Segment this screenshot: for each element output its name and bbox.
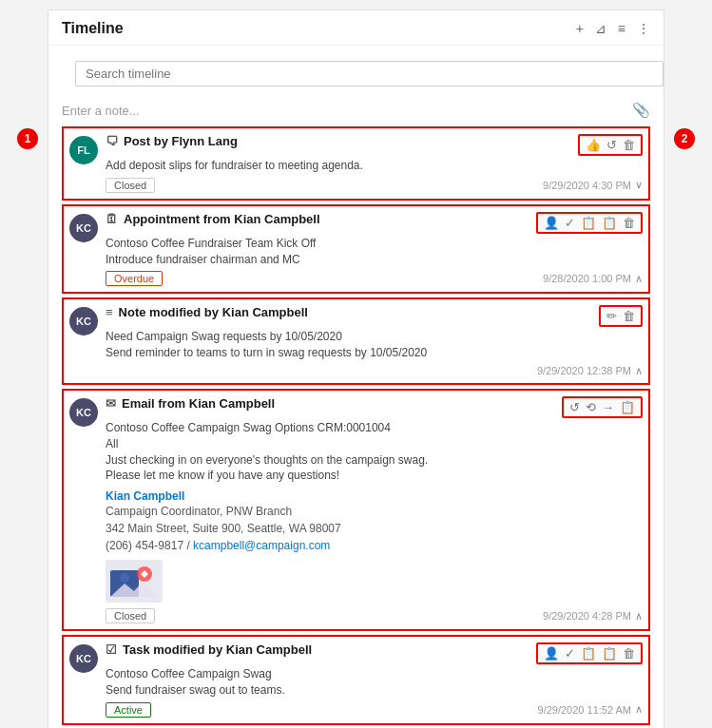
item-content: ≡ Note modified by Kian Campbell ✏ 🗑 Nee… xyxy=(106,305,643,377)
timeline-item: KC ≡ Note modified by Kian Campbell ✏ 🗑 … xyxy=(62,297,650,385)
item-header: 🗓 Appointment from Kian Campbell 👤 ✓ 📋 📋… xyxy=(106,212,643,234)
note-entry-area: Enter a note... 📎 xyxy=(62,102,650,119)
item-actions: ✏ 🗑 xyxy=(599,305,643,327)
filter-icon[interactable]: ⊿ xyxy=(595,21,606,36)
chevron-up-icon[interactable]: ∧ xyxy=(635,365,643,377)
status-badge: Closed xyxy=(106,178,155,193)
avatar: KC xyxy=(69,214,98,242)
item-footer: Closed 9/29/2020 4:28 PM ∧ xyxy=(106,608,643,623)
complete-icon[interactable]: ✓ xyxy=(565,646,575,661)
item-header: ✉ Email from Kian Campbell ↺ ⟲ → 📋 xyxy=(106,396,643,418)
avatar: KC xyxy=(69,398,98,427)
copy-icon[interactable]: 📋 xyxy=(581,216,596,230)
item-footer: Overdue 9/28/2020 1:00 PM ∧ xyxy=(106,271,643,286)
header-icons: + ⊿ ≡ ⋮ xyxy=(576,21,650,36)
add-icon[interactable]: + xyxy=(576,21,584,36)
search-input[interactable] xyxy=(75,61,664,86)
delete-icon[interactable]: 🗑 xyxy=(623,309,635,323)
item-header: 🗨 Post by Flynn Lang 👍 ↺ 🗑 xyxy=(106,134,643,156)
item-title: ✉ Email from Kian Campbell xyxy=(106,396,275,411)
item-footer: Active 9/29/2020 11:52 AM ∧ xyxy=(106,702,643,718)
email-signature: Kian Campbell Campaign Coordinator, PNW … xyxy=(106,489,643,554)
forward-icon[interactable]: → xyxy=(602,400,614,414)
reply-icon[interactable]: ↺ xyxy=(606,138,617,152)
item-actions: 👤 ✓ 📋 📋 🗑 xyxy=(536,212,643,234)
task-icon: ☑ xyxy=(106,642,117,657)
status-badge: Active xyxy=(106,702,151,718)
panel-header: Timeline + ⊿ ≡ ⋮ xyxy=(48,10,664,46)
email-image xyxy=(106,560,163,603)
like-icon[interactable]: 👍 xyxy=(586,138,601,152)
timeline-panel: Timeline + ⊿ ≡ ⋮ Enter a note... 📎 FL xyxy=(48,10,664,728)
copy2-icon[interactable]: 📋 xyxy=(602,216,617,230)
chevron-down-icon[interactable]: ∨ xyxy=(635,179,643,191)
status-badge: Closed xyxy=(106,608,155,623)
annotation-2: 2 xyxy=(674,128,695,149)
chevron-up-icon[interactable]: ∧ xyxy=(635,703,643,716)
item-header: ≡ Note modified by Kian Campbell ✏ 🗑 xyxy=(106,305,643,327)
item-footer: Closed 9/29/2020 4:30 PM ∨ xyxy=(106,178,643,193)
item-footer: 9/29/2020 12:38 PM ∧ xyxy=(106,365,643,377)
status-badge: Overdue xyxy=(106,271,163,286)
avatar: KC xyxy=(69,307,98,335)
chevron-up-icon[interactable]: ∧ xyxy=(635,610,643,623)
item-body: Contoso Coffee Campaign SwagSend fundrai… xyxy=(106,666,643,699)
item-body: Add deposit slips for fundraiser to meet… xyxy=(106,158,643,174)
svg-point-1 xyxy=(120,573,129,583)
item-body: Contoso Coffee Fundraiser Team Kick OffI… xyxy=(106,236,643,268)
item-timestamp: 9/29/2020 12:38 PM ∧ xyxy=(537,365,643,377)
item-body: Contoso Coffee Campaign Swag Options CRM… xyxy=(106,420,643,484)
panel-title: Timeline xyxy=(62,20,576,37)
item-title: ≡ Note modified by Kian Campbell xyxy=(106,305,308,319)
complete-icon[interactable]: ✓ xyxy=(565,216,575,230)
sig-role: Campaign Coordinator, PNW Branch xyxy=(106,503,643,520)
item-content: 🗨 Post by Flynn Lang 👍 ↺ 🗑 Add deposit s… xyxy=(106,134,643,193)
timeline-list: FL 🗨 Post by Flynn Lang 👍 ↺ 🗑 Add xyxy=(48,126,664,725)
paperclip-icon[interactable]: 📎 xyxy=(632,102,650,119)
timeline-item: KC 🗓 Appointment from Kian Campbell 👤 ✓ … xyxy=(62,204,650,295)
item-title: 🗨 Post by Flynn Lang xyxy=(106,134,238,148)
item-timestamp: 9/29/2020 4:28 PM ∧ xyxy=(543,610,643,623)
annotation-1: 1 xyxy=(17,128,38,149)
assign-icon[interactable]: 👤 xyxy=(544,216,559,230)
avatar: KC xyxy=(69,644,98,673)
delete-icon[interactable]: 🗑 xyxy=(623,216,635,230)
timeline-item: KC ☑ Task modified by Kian Campbell 👤 ✓ … xyxy=(62,635,650,725)
edit-icon[interactable]: ✏ xyxy=(606,309,617,323)
item-timestamp: 9/28/2020 1:00 PM ∧ xyxy=(543,273,643,285)
item-timestamp: 9/29/2020 4:30 PM ∨ xyxy=(543,179,643,191)
post-icon: 🗨 xyxy=(106,134,118,148)
more-icon[interactable]: ⋮ xyxy=(637,21,650,36)
delete-icon[interactable]: 🗑 xyxy=(623,646,635,661)
item-content: ☑ Task modified by Kian Campbell 👤 ✓ 📋 📋… xyxy=(106,642,643,718)
calendar-icon: 🗓 xyxy=(106,212,118,226)
reply-all-icon[interactable]: ⟲ xyxy=(586,400,596,414)
email-icon: ✉ xyxy=(106,396,116,411)
item-actions: 👍 ↺ 🗑 xyxy=(578,134,643,156)
reply-icon[interactable]: ↺ xyxy=(569,400,580,414)
timeline-item: KC ✉ Email from Kian Campbell ↺ ⟲ → 📋 xyxy=(62,389,650,631)
note-entry-label: Enter a note... xyxy=(62,104,140,118)
copy2-icon[interactable]: 📋 xyxy=(602,646,617,661)
item-timestamp: 9/29/2020 11:52 AM ∧ xyxy=(538,703,643,716)
sig-contact: (206) 454-9817 / kcampbell@campaign.com xyxy=(106,537,643,554)
copy-icon[interactable]: 📋 xyxy=(581,646,596,661)
sig-name: Kian Campbell xyxy=(106,489,643,503)
sig-email-link[interactable]: kcampbell@campaign.com xyxy=(193,539,330,552)
note-icon: ≡ xyxy=(106,305,113,319)
item-content: 🗓 Appointment from Kian Campbell 👤 ✓ 📋 📋… xyxy=(106,212,643,287)
sort-icon[interactable]: ≡ xyxy=(618,21,625,36)
item-actions: 👤 ✓ 📋 📋 🗑 xyxy=(536,642,643,664)
item-title: 🗓 Appointment from Kian Campbell xyxy=(106,212,320,226)
sig-address: 342 Main Street, Suite 900, Seattle, WA … xyxy=(106,520,643,537)
timeline-item: FL 🗨 Post by Flynn Lang 👍 ↺ 🗑 Add xyxy=(62,126,650,201)
item-header: ☑ Task modified by Kian Campbell 👤 ✓ 📋 📋… xyxy=(106,642,643,664)
item-actions: ↺ ⟲ → 📋 xyxy=(562,396,643,418)
delete-icon[interactable]: 🗑 xyxy=(623,138,635,152)
copy-icon[interactable]: 📋 xyxy=(620,400,635,414)
assign-icon[interactable]: 👤 xyxy=(544,646,559,661)
item-title: ☑ Task modified by Kian Campbell xyxy=(106,642,312,657)
item-content: ✉ Email from Kian Campbell ↺ ⟲ → 📋 Conto… xyxy=(106,396,643,623)
avatar: FL xyxy=(69,136,98,164)
chevron-up-icon[interactable]: ∧ xyxy=(635,273,643,285)
